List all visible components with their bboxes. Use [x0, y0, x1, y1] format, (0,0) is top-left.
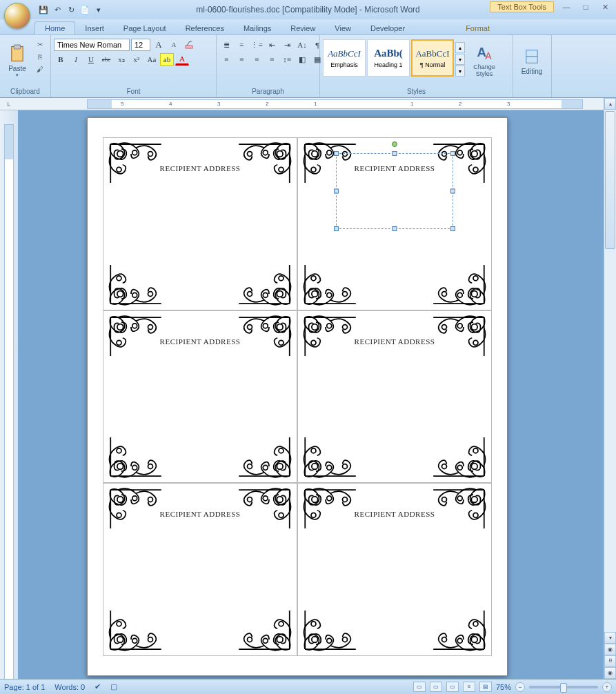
label-cell[interactable]: RECIPIENT ADDRESS [103, 483, 297, 656]
line-spacing-button[interactable]: ↕≡ [280, 53, 294, 66]
tab-home[interactable]: Home [34, 21, 75, 34]
tab-references[interactable]: References [176, 22, 234, 34]
cut-icon[interactable]: ✂ [34, 39, 46, 50]
maximize-button[interactable]: □ [579, 3, 593, 14]
tab-format[interactable]: Format [456, 22, 499, 34]
scroll-down-button[interactable]: ▾ [604, 632, 616, 644]
minimize-button[interactable]: — [559, 3, 573, 14]
recipient-address-text[interactable]: RECIPIENT ADDRESS [355, 337, 435, 346]
change-styles-button[interactable]: AA Change Styles [467, 37, 501, 85]
styles-scroll-down[interactable]: ▾ [455, 54, 465, 65]
increase-indent-button[interactable]: ⇥ [280, 39, 294, 51]
decrease-indent-button[interactable]: ⇤ [265, 39, 279, 51]
web-layout-view-button[interactable]: ▭ [446, 682, 459, 692]
office-button[interactable] [4, 3, 30, 29]
close-button[interactable]: ✕ [598, 3, 612, 14]
style-normal[interactable]: AaBbCcI ¶ Normal [411, 39, 454, 77]
tab-developer[interactable]: Developer [361, 22, 415, 34]
format-painter-icon[interactable]: 🖌 [34, 63, 46, 75]
label-cell[interactable]: RECIPIENT ADDRESS [297, 483, 492, 656]
zoom-in-button[interactable]: + [602, 682, 612, 692]
zoom-out-button[interactable]: − [515, 682, 525, 692]
clear-formatting-button[interactable] [182, 39, 196, 51]
tab-page-layout[interactable]: Page Layout [114, 22, 176, 34]
highlight-button[interactable]: ab [160, 53, 174, 66]
tab-review[interactable]: Review [281, 22, 325, 34]
recipient-address-text[interactable]: RECIPIENT ADDRESS [355, 164, 435, 172]
macro-recording-icon[interactable]: ▢ [110, 682, 117, 691]
font-family-combo[interactable]: Times New Roman [54, 39, 130, 51]
styles-more[interactable]: ▾ [455, 66, 465, 77]
vertical-scrollbar[interactable]: ▴ ▾ ◉ ⠿ ◉ [604, 98, 616, 679]
tab-mailings[interactable]: Mailings [234, 22, 281, 34]
rotation-handle[interactable] [392, 141, 397, 147]
tab-insert[interactable]: Insert [75, 22, 114, 34]
paste-button[interactable]: Paste ▾ [3, 37, 32, 85]
scroll-up-button[interactable]: ▴ [604, 98, 616, 110]
selection-handle[interactable] [393, 226, 397, 231]
outline-view-button[interactable]: ≡ [463, 682, 475, 692]
status-words[interactable]: Words: 0 [54, 683, 85, 691]
selection-handle[interactable] [393, 151, 397, 156]
horizontal-ruler[interactable]: 5 4 3 2 1 1 2 3 [18, 98, 604, 110]
strike-button[interactable]: abc [99, 53, 113, 66]
numbering-button[interactable]: ≡ [235, 39, 248, 51]
selection-handle[interactable] [334, 226, 339, 231]
font-size-combo[interactable]: 12 [131, 39, 150, 51]
grow-font-button[interactable]: A [152, 39, 166, 51]
align-left-button[interactable]: ≡ [219, 53, 233, 66]
selection-handle[interactable] [334, 189, 339, 194]
selection-handle[interactable] [450, 226, 455, 231]
label-cell[interactable]: RECIPIENT ADDRESS [103, 310, 297, 484]
superscript-button[interactable]: x² [130, 53, 143, 66]
styles-gallery[interactable]: AaBbCcI Emphasis AaBb( Heading 1 AaBbCcI… [323, 37, 465, 77]
recipient-address-text[interactable]: RECIPIENT ADDRESS [160, 510, 241, 518]
font-color-button[interactable]: A [175, 53, 189, 66]
prev-page-button[interactable]: ◉ [604, 644, 616, 655]
label-cell[interactable]: RECIPIENT ADDRESS [297, 137, 492, 310]
scroll-thumb[interactable] [605, 111, 615, 249]
style-emphasis[interactable]: AaBbCcI Emphasis [323, 39, 366, 77]
style-heading1[interactable]: AaBb( Heading 1 [367, 39, 410, 77]
italic-button[interactable]: I [69, 53, 83, 66]
redo-icon[interactable]: ↻ [65, 3, 77, 16]
recipient-address-text[interactable]: RECIPIENT ADDRESS [160, 337, 241, 346]
fullscreen-view-button[interactable]: ▭ [430, 682, 442, 692]
recipient-address-text[interactable]: RECIPIENT ADDRESS [160, 164, 241, 172]
sort-button[interactable]: A↓ [295, 39, 309, 51]
align-right-button[interactable]: ≡ [250, 53, 264, 66]
justify-button[interactable]: ≡ [265, 53, 279, 66]
recipient-address-text[interactable]: RECIPIENT ADDRESS [355, 510, 435, 518]
change-case-button[interactable]: Aa [145, 53, 159, 66]
save-icon[interactable]: 💾 [37, 3, 50, 16]
bullets-button[interactable]: ≣ [219, 39, 233, 51]
shrink-font-button[interactable]: A [167, 39, 181, 51]
browse-object-button[interactable]: ⠿ [604, 655, 616, 667]
next-page-button[interactable]: ◉ [604, 667, 616, 679]
print-layout-view-button[interactable]: ▭ [413, 682, 426, 692]
editing-button[interactable]: Editing [516, 37, 548, 85]
zoom-slider[interactable] [529, 686, 598, 688]
proofing-icon[interactable]: ✔ [95, 682, 101, 691]
underline-button[interactable]: U [84, 53, 98, 66]
scroll-track[interactable] [604, 110, 616, 632]
subscript-button[interactable]: x₂ [115, 53, 128, 66]
label-cell[interactable]: RECIPIENT ADDRESS [297, 310, 492, 484]
bold-button[interactable]: B [54, 53, 68, 66]
selection-handle[interactable] [450, 189, 455, 194]
styles-scroll-up[interactable]: ▴ [455, 42, 465, 53]
align-center-button[interactable]: ≡ [235, 53, 248, 66]
undo-icon[interactable]: ↶ [51, 3, 63, 16]
multilevel-button[interactable]: ⋮≡ [250, 39, 264, 51]
shading-button[interactable]: ◧ [295, 53, 309, 66]
ruler-corner[interactable]: L [0, 98, 18, 110]
copy-icon[interactable]: ⎘ [34, 51, 46, 62]
document-canvas[interactable]: RECIPIENT ADDRESS [18, 110, 604, 679]
qat-customize-icon[interactable]: ▾ [92, 3, 105, 16]
tab-view[interactable]: View [325, 22, 361, 34]
label-cell[interactable]: RECIPIENT ADDRESS [103, 137, 297, 310]
quickprint-icon[interactable]: 📄 [79, 3, 91, 16]
draft-view-button[interactable]: ▤ [479, 682, 492, 692]
vertical-ruler[interactable] [0, 110, 18, 691]
status-page[interactable]: Page: 1 of 1 [4, 683, 45, 691]
